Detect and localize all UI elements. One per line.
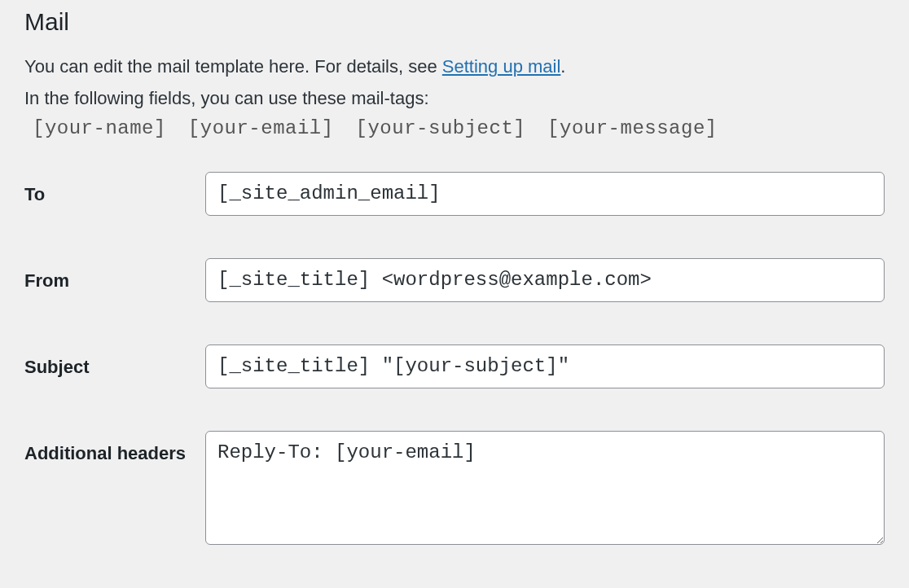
additional-headers-textarea[interactable]: Reply-To: [your-email] [205,431,885,545]
from-input[interactable] [205,258,885,302]
subject-row: Subject [24,344,885,388]
intro-suffix: . [560,56,565,77]
mail-tags-list: [your-name] [your-email] [your-subject] … [24,117,885,139]
subject-input[interactable] [205,344,885,388]
from-label: From [24,258,205,295]
intro-prefix: You can edit the mail template here. For… [24,56,442,77]
mail-section-title: Mail [24,8,885,36]
additional-headers-label: Additional headers [24,431,205,467]
subject-label: Subject [24,344,205,381]
from-row: From [24,258,885,302]
to-label: To [24,172,205,208]
to-input[interactable] [205,172,885,216]
setting-up-mail-link[interactable]: Setting up mail [442,56,561,77]
additional-headers-row: Additional headers Reply-To: [your-email… [24,431,885,545]
to-row: To [24,172,885,216]
intro-line-2: In the following fields, you can use the… [24,84,885,112]
intro-line-1: You can edit the mail template here. For… [24,52,885,81]
